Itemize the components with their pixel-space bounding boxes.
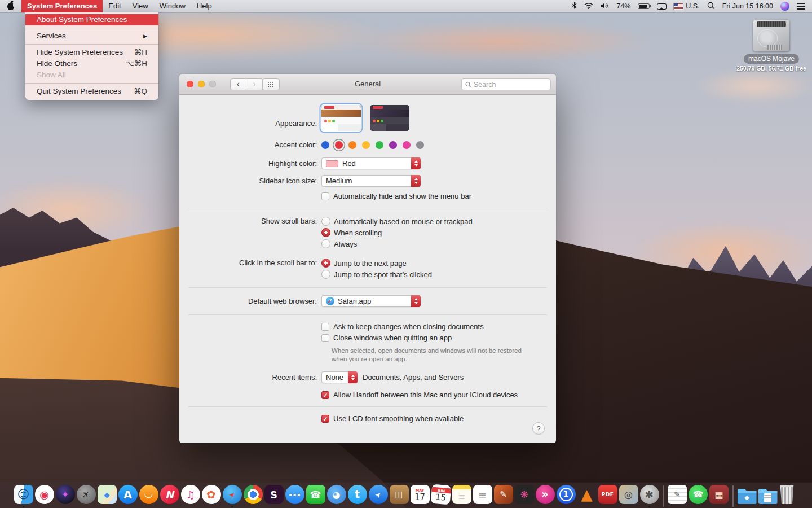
dock-whatsapp-icon[interactable] <box>689 485 708 507</box>
dock-downloads-folder-icon[interactable] <box>758 485 778 507</box>
menu-item-services[interactable]: Services▶ <box>25 30 158 42</box>
dock-pixelmator-icon[interactable] <box>494 485 513 507</box>
dock-twitterrific-icon[interactable] <box>327 485 346 507</box>
menu-window[interactable]: Window <box>154 0 191 12</box>
appearance-light-option[interactable] <box>321 105 361 131</box>
accent-color-red[interactable] <box>335 141 343 149</box>
stepper-icon <box>348 371 358 383</box>
dock-preview-icon[interactable] <box>619 485 638 507</box>
dock-one-password-icon[interactable] <box>557 485 576 507</box>
close-button[interactable] <box>187 81 193 87</box>
dock-launchpad-icon[interactable] <box>77 485 96 507</box>
menu-item-hide-system-preferences[interactable]: Hide System Preferences⌘H <box>25 47 158 58</box>
recent-items-select[interactable]: None <box>321 371 358 383</box>
back-button[interactable]: ‹ <box>230 78 246 90</box>
search-input[interactable] <box>474 81 547 89</box>
minimize-button[interactable] <box>198 81 205 87</box>
menu-view[interactable]: View <box>127 0 154 12</box>
dock-app-store-icon[interactable] <box>118 485 138 507</box>
menu-help[interactable]: Help <box>191 0 218 12</box>
menu-edit[interactable]: Edit <box>103 0 126 12</box>
menu-bar-clock[interactable]: Fri Jun 15 16:00 <box>722 2 773 10</box>
dock-photos-icon[interactable] <box>202 485 221 507</box>
accent-color-gray[interactable] <box>416 141 424 149</box>
checkbox-lcd-font-smoothing[interactable]: Use LCD font smoothing when available <box>321 414 464 423</box>
apple-menu[interactable] <box>0 0 21 12</box>
dock-screen-capture-icon[interactable] <box>35 485 54 507</box>
highlight-color-label: Highlight color: <box>188 159 321 168</box>
dock-slack-icon[interactable] <box>264 485 284 507</box>
accent-color-green[interactable] <box>376 141 383 149</box>
dock-system-preferences-icon[interactable] <box>640 485 659 507</box>
checkbox-close-windows-quit[interactable]: Close windows when quitting an app <box>321 334 452 342</box>
dock-siri-icon[interactable] <box>56 485 75 507</box>
battery-icon[interactable] <box>638 3 650 9</box>
show-all-button[interactable] <box>262 78 280 90</box>
menu-system-preferences[interactable]: System Preferences <box>21 0 103 12</box>
notification-center-icon[interactable] <box>797 3 805 10</box>
dock-photo-booth-icon[interactable] <box>709 485 729 507</box>
accent-color-purple[interactable] <box>389 141 397 149</box>
sidebar-icon-size-value: Medium <box>326 177 352 185</box>
dock-notes-icon[interactable] <box>452 485 471 507</box>
dock-dropbox-folder-icon[interactable] <box>738 485 757 507</box>
accent-color-pink[interactable] <box>403 141 411 149</box>
dock-pdf-expert-icon[interactable]: PDF <box>598 485 617 507</box>
default-browser-select[interactable]: Safari.app <box>321 295 421 307</box>
divider <box>188 314 547 315</box>
sidebar-icon-size-select[interactable]: Medium <box>321 175 421 187</box>
airplay-display-icon[interactable] <box>657 3 667 10</box>
finder-icon <box>14 485 33 504</box>
checkbox-icon <box>321 192 329 200</box>
radio-scrollbars-always[interactable]: Always <box>321 238 357 249</box>
dock-fantastical-icon[interactable]: JUN15 <box>431 485 451 507</box>
checkbox-ask-keep-changes[interactable]: Ask to keep changes when closing documen… <box>321 322 484 331</box>
dock-pink-chevrons-icon[interactable] <box>536 485 555 507</box>
siri-icon[interactable] <box>780 2 789 11</box>
dock-news-icon[interactable] <box>160 485 179 507</box>
accent-color-blue[interactable] <box>321 141 329 149</box>
help-button[interactable]: ? <box>532 422 545 435</box>
dock-calendar-icon[interactable]: MAY17 <box>411 485 430 507</box>
radio-scrollclick-jump-to-the-spot-that-s-clicke[interactable]: Jump to the spot that’s clicked <box>321 269 432 280</box>
dock-vlc-icon[interactable] <box>577 485 597 507</box>
dock-messages-icon[interactable] <box>285 485 304 507</box>
checkbox-allow-handoff[interactable]: Allow Handoff between this Mac and your … <box>321 391 518 399</box>
spotlight-search-icon[interactable] <box>707 2 715 11</box>
dock-books-icon[interactable] <box>139 485 158 507</box>
dock-reminders-icon[interactable] <box>473 485 492 507</box>
dock-photo-editor-icon[interactable] <box>515 485 534 507</box>
appearance-dark-option[interactable] <box>370 105 409 131</box>
wifi-icon[interactable] <box>584 2 593 11</box>
radio-scrollclick-jump-to-the-next-page[interactable]: Jump to the next page <box>321 257 407 269</box>
dock-maps-icon[interactable] <box>98 485 117 507</box>
menu-item-about-system-preferences[interactable]: About System Preferences <box>25 14 158 25</box>
dock-contacts-icon[interactable] <box>390 485 409 507</box>
volume-icon[interactable] <box>601 2 609 11</box>
radio-scrollbars-automatically-based-on-mouse-o[interactable]: Automatically based on mouse or trackpad <box>321 216 473 227</box>
text-document-icon <box>668 485 687 504</box>
dock-finder-icon[interactable] <box>14 485 33 507</box>
dock-chrome-icon[interactable] <box>244 485 263 507</box>
dock-safari-icon[interactable] <box>223 485 242 507</box>
dock-text-document-icon[interactable] <box>668 485 687 507</box>
dock-itunes-icon[interactable] <box>181 485 200 507</box>
menu-item-quit-system-preferences[interactable]: Quit System Preferences⌘Q <box>25 86 158 97</box>
dock-trash-icon[interactable] <box>779 485 798 507</box>
menu-item-hide-others[interactable]: Hide Others⌥⌘H <box>25 58 158 69</box>
accent-color-yellow[interactable] <box>362 141 370 149</box>
input-source-menu[interactable]: U.S. <box>674 2 699 10</box>
bluetooth-icon[interactable] <box>572 2 577 11</box>
window-titlebar[interactable]: ‹ › General <box>179 74 556 95</box>
highlight-color-value: Red <box>342 159 356 168</box>
show-scroll-bars-label: Show scroll bars: <box>188 216 321 225</box>
accent-color-orange[interactable] <box>348 141 356 149</box>
desktop-icon-macos-mojave[interactable]: macOS Mojave 250.79 GB, 56.71 GB free <box>734 19 809 72</box>
dock-twitter-icon[interactable] <box>348 485 367 507</box>
radio-scrollbars-when-scrolling[interactable]: When scrolling <box>321 227 382 238</box>
highlight-color-select[interactable]: Red <box>321 157 421 169</box>
search-field[interactable] <box>461 78 551 90</box>
checkbox-autohide-menu-bar[interactable]: Automatically hide and show the menu bar <box>321 192 471 200</box>
dock-spark-icon[interactable] <box>369 485 388 507</box>
dock-facetime-icon[interactable] <box>306 485 325 507</box>
